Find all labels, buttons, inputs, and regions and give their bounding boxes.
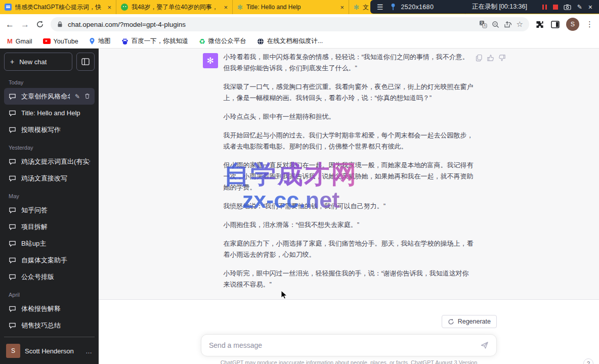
- message-paragraph: 但小雨的家庭一直反对我们在一起。因为我家境一般，而她家是本地的富商。我记得有一次…: [224, 160, 475, 193]
- chat-history-list: Today 文章创作风格命名：风 ✎ Title: Hello and Help…: [4, 73, 95, 336]
- forward-icon[interactable]: →: [21, 20, 29, 29]
- tab-wechat-article[interactable]: 我48岁，娶了单位40岁的同事， ×: [116, 0, 233, 14]
- new-chat-button[interactable]: + New chat: [4, 53, 72, 71]
- message-paragraph: 小玲点点头，眼中有一丝期待和担忧。: [224, 111, 475, 122]
- bookmark-doc-similarity[interactable]: 在线文档相似度计...: [257, 37, 323, 46]
- message-paragraph: 我深吸了一口气，感觉胸口有些沉重。我看向窗外，夜色已深，街上的灯光映照在窗户上，…: [224, 81, 475, 104]
- sidebar-chat-item[interactable]: Title: Hello and Help: [4, 105, 95, 121]
- baidu-paw-icon: [121, 38, 129, 45]
- bookmark-label: 在线文档相似度计...: [267, 37, 323, 46]
- account-menu-icon[interactable]: …: [85, 347, 93, 355]
- wechat-platform-icon: ♻: [199, 38, 205, 45]
- bookmark-maps[interactable]: 地图: [89, 37, 111, 46]
- openai-logo-icon: ✻: [206, 57, 213, 65]
- user-name: Scott Henderson: [25, 347, 81, 355]
- chat-item-label: 体检报告解释: [21, 304, 90, 313]
- chat-bubble-icon: [9, 322, 16, 329]
- bookmark-label: 百度一下，你就知道: [132, 37, 189, 46]
- chat-item-label: 销售技巧总结: [21, 321, 90, 330]
- address-bar[interactable]: chat.openai.com/?model=gpt-4-plugins 文A …: [51, 17, 529, 31]
- sidebar-chat-item[interactable]: 项目拆解: [4, 218, 95, 235]
- tab-close-icon[interactable]: ×: [340, 4, 344, 11]
- chatgpt-favicon-icon: ✻: [237, 4, 243, 11]
- pin-icon[interactable]: [390, 3, 396, 11]
- translate-icon[interactable]: 文A: [479, 20, 487, 28]
- sidebar-chat-item[interactable]: 旅行导游助手: [4, 334, 95, 336]
- trash-icon[interactable]: [84, 93, 90, 99]
- chat-bubble-icon: [9, 158, 16, 165]
- chat-item-label: 文章创作风格命名：风: [21, 92, 70, 101]
- message-input-box[interactable]: [201, 334, 497, 356]
- screen-recorder-toolbar: ☰ 2520x1680 正在录制 [00:13:36] ✎ ×: [370, 0, 599, 14]
- edit-icon[interactable]: ✎: [75, 93, 80, 100]
- message-actions: [476, 54, 506, 62]
- sidebar-chat-item[interactable]: 鸡汤文直接改写: [4, 170, 95, 187]
- regenerate-label: Regenerate: [458, 318, 491, 325]
- bookmark-wechat-platform[interactable]: ♻微信公众平台: [199, 37, 246, 46]
- chat-bubble-icon: [9, 240, 16, 247]
- thumbs-up-icon[interactable]: [487, 54, 494, 62]
- bookmark-label: YouTube: [54, 38, 78, 45]
- bookmark-youtube[interactable]: YouTube: [43, 38, 78, 45]
- sidebar-chat-item[interactable]: 体检报告解释: [4, 300, 95, 317]
- chat-bubble-icon: [9, 305, 16, 312]
- account-row[interactable]: S Scott Henderson …: [4, 337, 95, 360]
- send-button[interactable]: [477, 338, 492, 353]
- chat-bubble-icon: [9, 206, 16, 214]
- sidebar-chat-item-current[interactable]: 文章创作风格命名：风 ✎: [4, 88, 95, 105]
- profile-avatar[interactable]: S: [566, 18, 579, 31]
- extensions-puzzle-icon[interactable]: [536, 20, 544, 29]
- stop-icon[interactable]: [553, 5, 558, 10]
- pause-icon[interactable]: [542, 5, 547, 10]
- help-badge[interactable]: ?: [583, 358, 593, 364]
- bookmark-baidu[interactable]: 百度一下，你就知道: [121, 37, 189, 46]
- message-paragraph: 小玲看着我，眼中闪烁着复杂的情感，轻轻说：“我知道你们之间的事情，我不介意。但我…: [224, 52, 475, 74]
- bookmark-label: 微信公众平台: [208, 37, 246, 46]
- side-panel-icon[interactable]: [551, 21, 560, 28]
- send-icon: [481, 341, 489, 349]
- sidebar-chat-item[interactable]: 公众号排版: [4, 268, 95, 285]
- bookmark-star-icon[interactable]: ☆: [517, 20, 523, 29]
- camera-icon[interactable]: [564, 4, 571, 10]
- collapse-sidebar-button[interactable]: [76, 53, 95, 71]
- chat-item-label: 投喂模板写作: [21, 125, 90, 134]
- tab-close-icon[interactable]: ×: [107, 4, 111, 11]
- sidebar-chat-item[interactable]: B站up主: [4, 235, 95, 252]
- recorder-close-icon[interactable]: ×: [588, 3, 592, 11]
- tab-prompt-article[interactable]: 情感类ChatGPT核心提示词，快 ×: [0, 0, 116, 14]
- chat-bubble-icon: [9, 109, 16, 117]
- sidebar-chat-item[interactable]: 投喂模板写作: [4, 121, 95, 138]
- message-paragraph: 我开始回忆起与小雨的过去。我们大学时期非常相爱，每个周末都会一起去公园散步，或者…: [224, 130, 475, 152]
- url-text[interactable]: chat.openai.com/?model=gpt-4-plugins: [68, 21, 475, 28]
- maps-pin-icon: [89, 37, 95, 45]
- assistant-avatar: ✻: [203, 53, 218, 68]
- tab-title: 我48岁，娶了单位40岁的同事，: [132, 3, 220, 12]
- tab-chatgpt-active[interactable]: ✻ Title: Hello and Help ×: [233, 0, 349, 14]
- bookmark-label: 地图: [98, 37, 111, 46]
- browser-menu-icon[interactable]: ⋮: [586, 20, 593, 29]
- share-icon[interactable]: [504, 21, 512, 28]
- history-section-label: May: [4, 187, 95, 202]
- regenerate-button[interactable]: Regenerate: [442, 315, 497, 328]
- bookmark-gmail[interactable]: MGmail: [7, 37, 32, 45]
- tab-close-icon[interactable]: ×: [224, 4, 228, 11]
- thumbs-down-icon[interactable]: [498, 54, 506, 62]
- message-input[interactable]: [209, 341, 477, 349]
- browser-toolbar: ← → chat.openai.com/?model=gpt-4-plugins…: [0, 14, 599, 34]
- sidebar-chat-item[interactable]: 销售技巧总结: [4, 317, 95, 334]
- sidebar-chat-item[interactable]: 自媒体文案助手: [4, 252, 95, 268]
- chat-bubble-icon: [9, 93, 16, 100]
- recorder-menu-icon[interactable]: ☰: [377, 3, 383, 11]
- sidebar-chat-item[interactable]: 鸡汤文提示词直出(有实例): [4, 153, 95, 170]
- reload-icon[interactable]: [36, 20, 44, 28]
- green-favicon-icon: [121, 4, 128, 11]
- chat-bubble-icon: [9, 174, 16, 182]
- zoom-out-icon[interactable]: [492, 21, 499, 28]
- copy-icon[interactable]: [476, 54, 483, 62]
- youtube-icon: [43, 38, 51, 44]
- sidebar-chat-item[interactable]: 知乎问答: [4, 202, 95, 218]
- annotate-pencil-icon[interactable]: ✎: [577, 4, 582, 11]
- chat-bubble-icon: [9, 256, 16, 264]
- bookmarks-bar: MGmail YouTube 地图 百度一下，你就知道 ♻微信公众平台 在线文档…: [0, 34, 599, 49]
- back-icon[interactable]: ←: [6, 20, 14, 29]
